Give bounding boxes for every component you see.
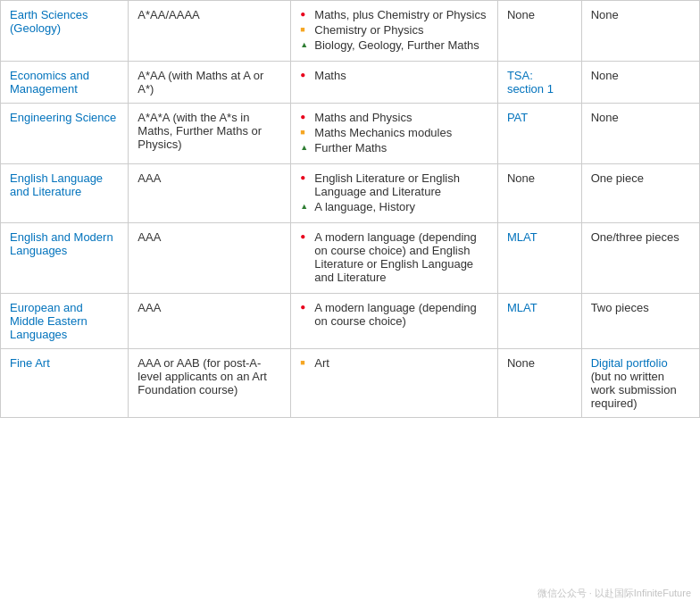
test-link[interactable]: MLAT	[507, 301, 538, 314]
subject-link[interactable]: Earth Sciences (Geology)	[10, 8, 88, 35]
requirement-item: A modern language (depending on course c…	[300, 230, 488, 284]
subject-cell: European and Middle Eastern Languages	[1, 294, 129, 349]
requirements-cell: A modern language (depending on course c…	[291, 294, 498, 349]
test-cell: TSA: section 1	[497, 62, 581, 104]
subject-link[interactable]: Engineering Science	[10, 111, 116, 124]
grades-cell: A*AA/AAAA	[129, 1, 291, 62]
test-cell: None	[497, 1, 581, 62]
portfolio-note: (but no written work submission required…	[591, 370, 677, 410]
grades-cell: AAA or AAB (for post-A-level applicants …	[129, 349, 291, 418]
grades-cell: AAA	[129, 294, 291, 349]
requirement-item: Further Maths	[300, 141, 488, 154]
table-row: European and Middle Eastern LanguagesAAA…	[1, 294, 700, 349]
subject-cell: English and Modern Languages	[1, 223, 129, 294]
requirement-item: A modern language (depending on course c…	[300, 301, 488, 328]
subject-cell: Fine Art	[1, 349, 129, 418]
requirements-cell: Maths, plus Chemistry or PhysicsChemistr…	[291, 1, 498, 62]
requirement-item: Biology, Geology, Further Maths	[300, 38, 488, 52]
subject-link[interactable]: English and Modern Languages	[10, 230, 113, 257]
grades-cell: A*AA (with Maths at A or A*)	[129, 62, 291, 104]
requirement-item: English Literature or English Language a…	[300, 171, 488, 198]
table-row: Fine ArtAAA or AAB (for post-A-level app…	[1, 349, 700, 418]
test-link[interactable]: MLAT	[507, 230, 538, 244]
requirements-cell: English Literature or English Language a…	[291, 164, 498, 223]
portfolio-cell: One/three pieces	[581, 223, 699, 294]
requirements-cell: Maths and PhysicsMaths Mechanics modules…	[291, 104, 498, 164]
portfolio-cell: None	[581, 104, 699, 164]
requirement-item: A language, History	[300, 200, 488, 213]
requirements-cell: A modern language (depending on course c…	[291, 223, 498, 294]
requirement-item: Maths	[300, 69, 488, 82]
portfolio-link[interactable]: Digital portfolio	[591, 356, 668, 370]
requirement-item: Maths and Physics	[300, 111, 488, 124]
requirement-item: Chemistry or Physics	[300, 23, 488, 37]
table-row: Earth Sciences (Geology)A*AA/AAAAMaths, …	[1, 1, 700, 62]
test-cell: PAT	[497, 104, 581, 164]
portfolio-cell: None	[581, 62, 699, 104]
subject-link[interactable]: Fine Art	[10, 356, 50, 370]
grades-cell: AAA	[129, 223, 291, 294]
table-row: Engineering ScienceA*A*A (with the A*s i…	[1, 104, 700, 164]
requirement-item: Art	[300, 356, 488, 370]
subject-link[interactable]: European and Middle Eastern Languages	[10, 301, 88, 341]
portfolio-cell: Two pieces	[581, 294, 699, 349]
subject-cell: Economics and Management	[1, 62, 129, 104]
subject-cell: English Language and Literature	[1, 164, 129, 223]
portfolio-cell: None	[581, 1, 699, 62]
subject-link[interactable]: Economics and Management	[10, 69, 89, 96]
table-row: Economics and ManagementA*AA (with Maths…	[1, 62, 700, 104]
test-cell: MLAT	[497, 294, 581, 349]
table-row: English Language and LiteratureAAAEnglis…	[1, 164, 700, 223]
grades-cell: A*A*A (with the A*s in Maths, Further Ma…	[129, 104, 291, 164]
requirement-item: Maths, plus Chemistry or Physics	[300, 8, 488, 21]
test-cell: None	[497, 349, 581, 418]
requirements-cell: Art	[291, 349, 498, 418]
subject-cell: Earth Sciences (Geology)	[1, 1, 129, 62]
portfolio-cell: One piece	[581, 164, 699, 223]
test-cell: None	[497, 164, 581, 223]
table-row: English and Modern LanguagesAAAA modern …	[1, 223, 700, 294]
requirements-cell: Maths	[291, 62, 498, 104]
test-link[interactable]: PAT	[507, 111, 528, 124]
test-cell: MLAT	[497, 223, 581, 294]
grades-cell: AAA	[129, 164, 291, 223]
subject-link[interactable]: English Language and Literature	[10, 171, 103, 198]
portfolio-cell: Digital portfolio (but no written work s…	[581, 349, 699, 418]
subject-cell: Engineering Science	[1, 104, 129, 164]
test-link[interactable]: TSA: section 1	[507, 69, 554, 96]
requirement-item: Maths Mechanics modules	[300, 126, 488, 139]
